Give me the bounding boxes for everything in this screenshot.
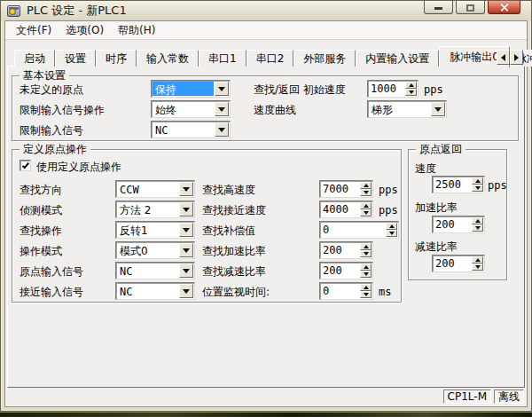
close-button[interactable] — [488, 1, 520, 14]
window-controls — [424, 1, 520, 14]
return-speed-unit: pps — [488, 179, 507, 192]
spin-down-button[interactable] — [472, 264, 483, 271]
return-speed-label: 速度 — [415, 161, 436, 177]
tab-builtin-input[interactable]: 内置输入设置 — [356, 50, 439, 67]
triangle-down-icon — [475, 265, 481, 269]
chevron-down-icon[interactable] — [431, 102, 445, 116]
return-accel-ratio-field[interactable]: 200 — [432, 216, 485, 233]
limit-input-signal-label: 限制输入信号 — [20, 123, 83, 138]
tab-timing[interactable]: 时序 — [96, 50, 137, 67]
return-decel-ratio-field[interactable]: 200 — [432, 255, 485, 272]
triangle-down-icon — [218, 128, 225, 132]
chevron-down-icon[interactable] — [179, 182, 193, 196]
triangle-up-icon — [364, 245, 369, 248]
spin-down-button[interactable] — [360, 189, 372, 196]
chevron-down-icon[interactable] — [179, 202, 193, 216]
triangle-up-icon — [475, 258, 481, 262]
search-compensation-field[interactable]: 0 — [319, 221, 399, 239]
undefined-origin-combo[interactable]: 保持 — [151, 80, 231, 98]
triangle-down-icon — [364, 272, 369, 276]
spin-up-button[interactable] — [360, 264, 372, 271]
title-bar[interactable]: PLC 设定 - 新PLC1 — [1, 1, 531, 20]
plc-settings-window: PLC 设定 - 新PLC1 文件(F) 选项(O) 帮助(H) 启动 设置 时… — [0, 0, 532, 412]
chevron-down-icon[interactable] — [215, 82, 229, 96]
spin-up-button[interactable] — [472, 217, 483, 224]
speed-curve-combo[interactable]: 梯形 — [367, 100, 447, 118]
search-direction-combo[interactable]: CCW — [115, 180, 195, 198]
menu-bar: 文件(F) 选项(O) 帮助(H) — [5, 21, 527, 40]
plc-settings-dialog: 启动 设置 时序 输入常数 串口1 串口2 外部服务 内置输入设置 脉冲输出0 … — [5, 41, 527, 406]
spin-up-button[interactable] — [360, 202, 372, 209]
spin-up-button[interactable] — [386, 223, 397, 230]
initial-speed-field[interactable]: 1000 — [367, 80, 419, 98]
search-accel-ratio-field[interactable]: 200 — [319, 241, 373, 259]
chevron-down-icon[interactable] — [179, 264, 193, 278]
menu-options[interactable]: 选项(O) — [59, 21, 111, 40]
use-origin-operation-label: 使用定义原点操作 — [36, 160, 121, 175]
search-decel-ratio-field[interactable]: 200 — [319, 262, 373, 279]
detection-mode-combo[interactable]: 方法 2 — [115, 201, 195, 218]
limit-input-operation-value: 始终 — [153, 102, 214, 116]
tab-serial-2[interactable]: 串口2 — [246, 50, 294, 67]
operation-mode-combo[interactable]: 模式0 — [115, 241, 195, 259]
limit-input-signal-combo[interactable]: NC — [151, 121, 231, 138]
operation-mode-value: 模式0 — [117, 243, 178, 257]
tab-scroll-left-button[interactable] — [497, 50, 510, 65]
spin-up-button[interactable] — [405, 82, 417, 89]
search-high-speed-field[interactable]: 7000 — [319, 180, 373, 198]
minimize-button[interactable] — [424, 1, 453, 14]
spin-up-button[interactable] — [360, 182, 372, 189]
return-speed-field[interactable]: 2500 — [432, 176, 485, 193]
initial-speed-value: 1000 — [368, 81, 404, 97]
origin-operation-group-title: 定义原点操作 — [20, 142, 90, 156]
search-high-speed-value: 7000 — [320, 181, 359, 197]
use-origin-operation-checkbox[interactable] — [20, 160, 31, 171]
chevron-down-icon[interactable] — [179, 284, 193, 298]
spin-down-button[interactable] — [360, 209, 372, 216]
origin-input-signal-combo[interactable]: NC — [115, 262, 195, 279]
tab-startup[interactable]: 启动 — [14, 50, 55, 67]
status-connection: 离线 — [494, 389, 524, 404]
undefined-origin-label: 未定义的原点 — [20, 83, 83, 98]
return-decel-ratio-value: 200 — [433, 256, 471, 271]
spin-down-button[interactable] — [360, 291, 372, 298]
status-bar: CP1L-M 离线 — [7, 389, 525, 405]
spin-down-button[interactable] — [386, 230, 397, 237]
position-monitor-time-field[interactable]: 0 — [319, 282, 373, 300]
detection-mode-value: 方法 2 — [117, 202, 178, 216]
chevron-down-icon[interactable] — [179, 223, 193, 237]
tab-input-constant[interactable]: 输入常数 — [137, 50, 199, 67]
triangle-up-icon — [364, 184, 369, 187]
menu-help[interactable]: 帮助(H) — [111, 21, 162, 40]
arrow-left-icon — [501, 54, 505, 61]
limit-input-operation-combo[interactable]: 始终 — [151, 100, 231, 118]
spin-up-button[interactable] — [360, 243, 372, 250]
position-monitor-time-label: 位置监视时间: — [202, 285, 270, 300]
tab-serial-1[interactable]: 串口1 — [199, 50, 246, 67]
spinner — [360, 202, 372, 216]
chevron-down-icon[interactable] — [215, 102, 229, 116]
tab-scroll-control — [497, 50, 523, 65]
menu-file[interactable]: 文件(F) — [9, 21, 59, 40]
spin-up-button[interactable] — [472, 177, 483, 185]
spin-down-button[interactable] — [472, 224, 483, 232]
approach-input-signal-combo[interactable]: NC — [115, 282, 195, 300]
search-operation-combo[interactable]: 反转1 — [115, 221, 195, 239]
spinner — [386, 223, 397, 237]
tab-settings[interactable]: 设置 — [55, 50, 96, 67]
chevron-down-icon[interactable] — [215, 122, 229, 137]
tab-external-service[interactable]: 外部服务 — [293, 50, 356, 67]
spin-down-button[interactable] — [360, 271, 372, 278]
search-approach-speed-field[interactable]: 4000 — [319, 201, 373, 218]
spin-up-button[interactable] — [472, 256, 483, 264]
pulse-output-0-panel: 基本设置 未定义的原点 保持 查找/返回 初始速度 1000 p — [7, 66, 525, 388]
spin-up-button[interactable] — [360, 284, 372, 291]
triangle-down-icon — [475, 226, 481, 230]
tab-scroll-right-button[interactable] — [510, 50, 523, 65]
spin-down-button[interactable] — [360, 250, 372, 257]
chevron-down-icon[interactable] — [179, 243, 193, 257]
spin-down-button[interactable] — [472, 185, 483, 192]
spin-down-button[interactable] — [405, 89, 417, 96]
maximize-button[interactable] — [456, 1, 485, 14]
check-icon — [21, 161, 28, 169]
